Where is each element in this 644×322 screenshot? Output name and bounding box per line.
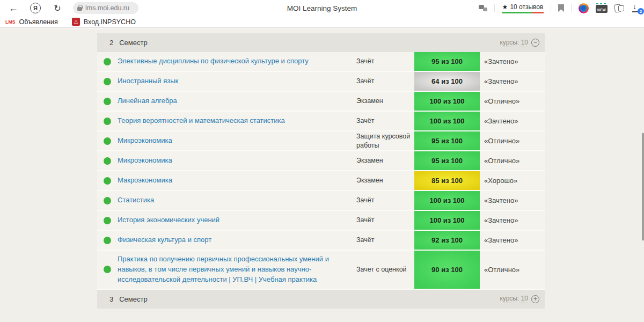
exam-type: Защита курсовой работы	[356, 132, 414, 150]
score-badge: 85 из 100	[414, 171, 480, 190]
lms-page: 2 Семестр курсы: 10 − Элективные дисципл…	[0, 28, 644, 322]
course-link[interactable]: История экономических учений	[118, 211, 356, 229]
grade-text: «Хорошо»	[480, 177, 545, 185]
course-link[interactable]: Физическая культура и спорт	[118, 231, 356, 249]
course-link[interactable]: Линейная алгебра	[118, 92, 356, 110]
grade-text: «Зачтено»	[480, 236, 545, 244]
bookmark-label: Вход.INPSYCHO	[84, 18, 136, 26]
chat-icon[interactable]	[479, 5, 487, 11]
separator	[551, 4, 551, 12]
status-dot-icon	[104, 137, 111, 145]
bookmark-item-announcements[interactable]: LMS Объявления	[5, 18, 58, 26]
bookmark-item-inpsycho[interactable]: △ Вход.INPSYCHO	[72, 18, 136, 26]
score-badge: 95 из 100	[414, 151, 480, 170]
status-dot-icon	[104, 78, 111, 85]
grade-text: «Зачтено»	[480, 216, 545, 224]
grade-text: «Зачтено»	[480, 57, 545, 65]
reviews-rating[interactable]: ★ 10 отзывов	[502, 3, 544, 13]
grades-table: 2 Семестр курсы: 10 − Элективные дисципл…	[97, 33, 545, 309]
exam-type: Экзамен	[356, 156, 414, 165]
download-arrow-icon: ↓	[633, 2, 636, 11]
exam-type: Зачет с оценкой	[356, 265, 414, 274]
score-badge: 100 из 100	[414, 112, 480, 130]
exam-type: Экзамен	[356, 176, 414, 185]
exam-type: Зачёт	[356, 236, 414, 245]
address-bar[interactable]: lms.moi.edu.ru	[73, 2, 138, 14]
courses-count-link[interactable]: курсы: 10	[500, 39, 528, 47]
status-cell	[97, 237, 118, 244]
browser-toolbar: ← Я ↻ lms.moi.edu.ru MOI Learning System…	[0, 0, 644, 16]
course-link[interactable]: Микроэкономика	[118, 152, 356, 170]
exam-type: Зачёт	[356, 116, 414, 126]
separator	[571, 4, 572, 12]
separator	[494, 4, 495, 12]
course-link[interactable]: Статистика	[118, 192, 356, 209]
semester-footer: 3 Семестр курсы: 10 +	[97, 290, 545, 309]
reviews-count: 10 отзывов	[510, 3, 543, 11]
status-cell	[97, 266, 118, 273]
semester-label: Семестр	[119, 295, 147, 303]
download-count-badge: 2	[638, 8, 644, 14]
profile-avatar-icon[interactable]	[579, 3, 589, 13]
lock-icon	[77, 7, 82, 11]
status-cell	[97, 157, 118, 165]
course-link[interactable]: Практика по получению первичных професси…	[118, 251, 356, 289]
status-dot-icon	[104, 237, 111, 244]
course-link[interactable]: Теория вероятностей и математическая ста…	[118, 112, 356, 130]
status-cell	[97, 118, 118, 125]
lms-favicon: LMS	[5, 19, 16, 25]
score-badge: 90 из 100	[414, 251, 480, 289]
bookmark-icon[interactable]	[558, 4, 564, 12]
course-rows: Элективные дисциплины по физической куль…	[97, 52, 545, 290]
table-row: Микроэкономика Защита курсовой работы 95…	[97, 131, 545, 151]
status-dot-icon	[104, 177, 111, 185]
expand-icon[interactable]: +	[531, 295, 539, 303]
score-badge: 64 из 100	[414, 72, 480, 91]
score-badge: 100 из 100	[414, 92, 480, 111]
grade-text: «Отлично»	[480, 157, 545, 165]
status-dot-icon	[104, 217, 111, 224]
exam-type: Экзамен	[356, 97, 414, 106]
bookmark-label: Объявления	[19, 18, 58, 26]
semester-number: 2	[109, 39, 113, 47]
exam-type: Зачёт	[356, 196, 414, 205]
table-row: Микроэкономика Экзамен 95 из 100 «Отличн…	[97, 151, 545, 171]
status-dot-icon	[104, 197, 111, 204]
courses-count-link[interactable]: курсы: 10	[500, 295, 528, 303]
bookmarks-bar: LMS Объявления △ Вход.INPSYCHO	[0, 16, 644, 28]
scrollbar-thumb[interactable]	[642, 133, 644, 240]
score-badge: 92 из 100	[414, 231, 480, 250]
table-row: Элективные дисциплины по физической куль…	[97, 52, 545, 72]
emblem-favicon: △	[72, 18, 80, 26]
collections-icon[interactable]	[614, 4, 624, 12]
table-row: Теория вероятностей и математическая ста…	[97, 112, 545, 131]
table-row: Физическая культура и спорт Зачёт 92 из …	[97, 231, 545, 251]
status-cell	[97, 197, 118, 204]
exam-type: Зачёт	[356, 77, 414, 86]
status-cell	[97, 58, 118, 65]
score-badge: 95 из 100	[414, 52, 480, 71]
status-cell	[97, 217, 118, 224]
back-button[interactable]: ←	[4, 3, 23, 14]
downloads-button[interactable]: ↓ 2	[631, 3, 641, 13]
status-cell	[97, 78, 118, 85]
table-row: Практика по получению первичных професси…	[97, 251, 545, 290]
grade-text: «Отлично»	[480, 137, 545, 145]
collapse-icon[interactable]: −	[531, 39, 539, 47]
course-link[interactable]: Иностранный язык	[118, 72, 356, 90]
yandex-icon[interactable]: Я	[30, 3, 41, 13]
course-link[interactable]: Микроэкономика	[118, 132, 356, 150]
table-row: История экономических учений Зачёт 100 и…	[97, 211, 545, 231]
grade-text: «Отлично»	[480, 266, 545, 274]
status-dot-icon	[104, 118, 111, 125]
course-link[interactable]: Элективные дисциплины по физической куль…	[118, 53, 356, 70]
table-row: Макроэкономика Экзамен 85 из 100 «Хорошо…	[97, 171, 545, 191]
course-link[interactable]: Макроэкономика	[118, 172, 356, 189]
exam-type: Зачёт	[356, 57, 414, 66]
table-row: Статистика Зачёт 100 из 100 «Зачтено»	[97, 191, 545, 211]
reload-button[interactable]: ↻	[48, 3, 67, 13]
score-badge: 95 из 100	[414, 131, 480, 150]
afisha-new-icon[interactable]: NEW	[596, 5, 608, 13]
grade-text: «Зачтено»	[480, 77, 545, 85]
status-cell	[97, 137, 118, 145]
